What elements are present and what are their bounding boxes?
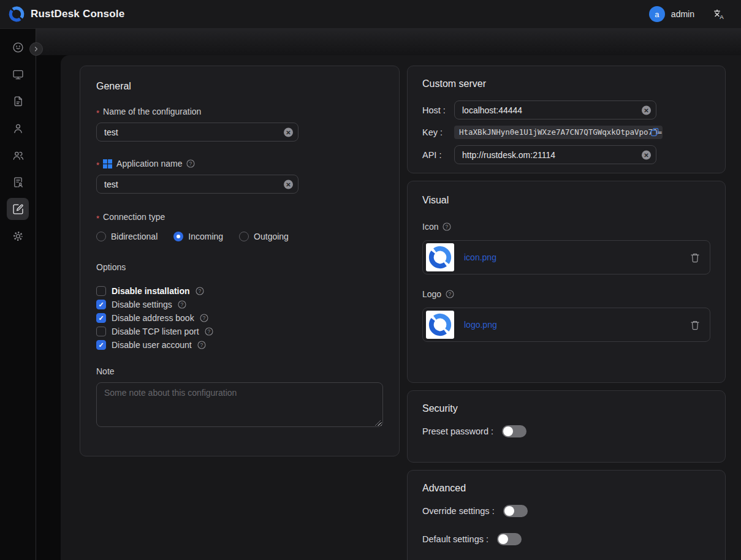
security-card: Security Preset password : <box>407 390 726 463</box>
application-name-input[interactable] <box>96 175 298 194</box>
custom-server-card: Custom server Host : ✕ Key : HtaXBkJNHyn… <box>407 66 726 173</box>
default-settings-row: Default settings : <box>422 533 710 545</box>
application-name-input-wrap: ✕ <box>96 175 298 194</box>
sidebar-item-audit[interactable] <box>7 90 29 112</box>
clear-icon[interactable]: ✕ <box>284 180 293 189</box>
help-icon[interactable]: ? <box>178 300 186 309</box>
radio-icon <box>239 232 249 241</box>
preset-password-label: Preset password : <box>422 426 493 436</box>
svg-text:?: ? <box>189 161 192 167</box>
key-row: Key : HtaXBkJNHyn0e1U1jWXze7A7CN7QTGWqxk… <box>422 126 710 139</box>
checkbox-icon <box>96 313 106 323</box>
host-label: Host : <box>422 105 454 115</box>
sidebar-item-users[interactable] <box>7 117 29 139</box>
rustdesk-logo-icon <box>9 6 25 22</box>
visual-card: Visual Icon ? <box>407 181 726 383</box>
sidebar-item-configurations[interactable] <box>7 198 29 220</box>
checkbox-icon <box>96 286 106 296</box>
checkbox-disable-tcp-listen-port[interactable]: Disable TCP listen port ? <box>96 325 383 338</box>
host-input-wrap: ✕ <box>454 100 656 119</box>
security-title: Security <box>422 403 710 414</box>
options-list: Disable installation ? Disable settings … <box>96 284 383 352</box>
icon-thumbnail <box>426 243 454 271</box>
trash-icon[interactable] <box>690 320 700 330</box>
checkbox-disable-address-book[interactable]: Disable address book ? <box>96 311 383 325</box>
preset-password-toggle[interactable] <box>502 425 526 437</box>
app-title: RustDesk Console <box>31 8 124 20</box>
logo-filename-link[interactable]: logo.png <box>464 320 497 330</box>
toggle-knob <box>504 506 514 516</box>
help-icon[interactable]: ? <box>205 327 213 336</box>
checkbox-disable-settings[interactable]: Disable settings ? <box>96 298 383 311</box>
clear-icon[interactable]: ✕ <box>284 127 293 137</box>
edit-icon <box>12 203 25 216</box>
key-value-chip: HtaXBkJNHyn0e1U1jWXze7A7CN7QTGWqxkOtpaVp… <box>454 126 663 139</box>
override-settings-toggle[interactable] <box>503 505 528 517</box>
translate-icon[interactable]: A <box>713 8 725 20</box>
radio-outgoing[interactable]: Outgoing <box>239 232 289 241</box>
icon-filename-link[interactable]: icon.png <box>464 252 496 262</box>
host-row: Host : ✕ <box>422 100 710 119</box>
help-icon[interactable]: ? <box>197 341 206 349</box>
svg-text:?: ? <box>200 342 203 348</box>
user-avatar[interactable]: a <box>649 6 665 22</box>
top-band <box>36 29 741 55</box>
application-name-label: * Application name ? <box>96 159 383 168</box>
copy-icon[interactable] <box>650 127 659 137</box>
radio-icon <box>96 232 106 241</box>
help-icon[interactable]: ? <box>200 314 208 322</box>
logo-label: Logo ? <box>422 289 710 299</box>
sidebar-item-settings[interactable] <box>7 225 29 247</box>
help-icon[interactable]: ? <box>443 222 451 231</box>
api-input[interactable] <box>454 145 656 164</box>
svg-text:?: ? <box>198 288 201 294</box>
checkbox-disable-installation[interactable]: Disable installation ? <box>96 284 383 298</box>
required-asterisk: * <box>96 161 99 170</box>
note-label: Note <box>96 366 383 376</box>
sidebar-expand-button[interactable] <box>29 42 43 56</box>
trash-icon[interactable] <box>690 252 700 263</box>
host-input[interactable] <box>454 100 656 119</box>
default-settings-toggle[interactable] <box>497 533 522 545</box>
sidebar-item-address-books[interactable] <box>7 171 29 193</box>
svg-text:?: ? <box>207 328 210 335</box>
clear-icon[interactable]: ✕ <box>642 150 651 159</box>
icon-label: Icon ? <box>422 222 710 232</box>
override-settings-label: Override settings : <box>422 506 495 516</box>
custom-server-title: Custom server <box>422 78 710 89</box>
help-icon[interactable]: ? <box>196 287 204 295</box>
api-row: API : ✕ <box>422 145 710 164</box>
required-asterisk: * <box>96 214 99 223</box>
sidebar <box>0 29 36 560</box>
general-title: General <box>96 81 383 92</box>
help-icon[interactable]: ? <box>446 290 454 298</box>
help-icon[interactable]: ? <box>186 159 195 168</box>
checkbox-icon <box>96 300 106 309</box>
name-input[interactable] <box>96 123 298 142</box>
clear-icon[interactable]: ✕ <box>642 105 651 115</box>
logo-file-box: logo.png <box>422 308 710 342</box>
advanced-title: Advanced <box>422 483 710 494</box>
monitor-icon <box>12 68 25 81</box>
checkbox-disable-user-account[interactable]: Disable user account ? <box>96 338 383 352</box>
svg-text:A: A <box>720 13 724 20</box>
radio-bidirectional[interactable]: Bidirectional <box>96 232 158 241</box>
username[interactable]: admin <box>671 9 694 19</box>
note-textarea[interactable] <box>96 382 383 427</box>
radio-icon <box>173 232 183 241</box>
toggle-knob <box>498 534 508 544</box>
user-icon <box>12 122 25 135</box>
checkbox-icon <box>96 327 106 336</box>
general-card: General * Name of the configuration ✕ * <box>80 66 400 456</box>
sidebar-item-groups[interactable] <box>7 144 29 166</box>
default-settings-label: Default settings : <box>422 534 488 544</box>
sidebar-item-devices[interactable] <box>7 63 29 85</box>
api-label: API : <box>422 150 454 160</box>
svg-text:?: ? <box>202 315 205 321</box>
required-asterisk: * <box>96 108 99 118</box>
main-area: General * Name of the configuration ✕ * <box>36 29 741 560</box>
document-icon <box>12 95 25 108</box>
note-wrap <box>96 382 383 429</box>
sidebar-item-status[interactable] <box>7 36 29 58</box>
radio-incoming[interactable]: Incoming <box>173 232 223 241</box>
